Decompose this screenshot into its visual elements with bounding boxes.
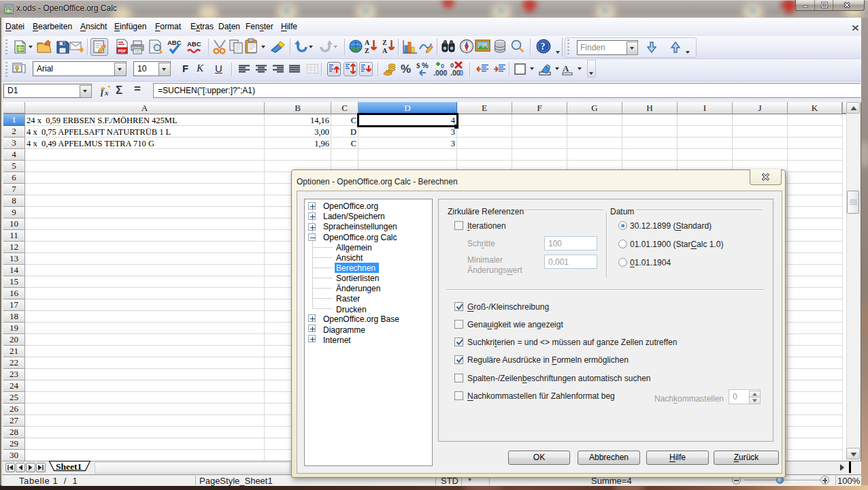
svg-text:ABC: ABC [187, 40, 201, 48]
svg-text:0: 0 [450, 62, 454, 69]
svg-text:0: 0 [459, 69, 463, 77]
svg-text:A: A [365, 39, 370, 46]
svg-text:Z: Z [365, 47, 369, 54]
svg-text:%: % [422, 61, 429, 69]
svg-text:PDF: PDF [118, 49, 127, 53]
svg-text:ABC: ABC [167, 39, 182, 46]
svg-text:$: $ [416, 61, 420, 69]
svg-text:.000: .000 [433, 69, 448, 77]
svg-text:A: A [563, 63, 569, 74]
svg-text:A: A [382, 47, 388, 54]
svg-text:Z: Z [382, 39, 387, 46]
svg-text:x: x [104, 88, 109, 97]
svg-text:?: ? [541, 42, 546, 52]
